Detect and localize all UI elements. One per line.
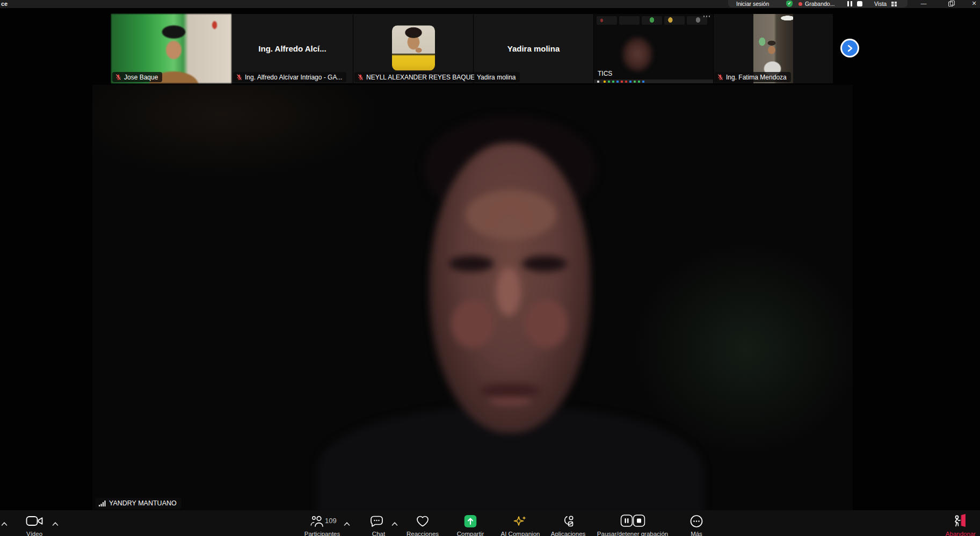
mini-tile — [619, 16, 640, 25]
mini-tile — [597, 16, 617, 25]
participant-tile-neyll[interactable]: NEYLL ALEXANDER REYES BAQUE — [353, 14, 473, 83]
chevron-right-icon — [847, 45, 853, 52]
filmstrip-next-button[interactable] — [842, 40, 858, 56]
reactions-button[interactable] — [416, 515, 430, 530]
muted-mic-icon — [357, 74, 364, 81]
titlebar-controls-pill: Iniciar sesión ✓ Grabando... Vista — [728, 0, 908, 8]
ai-companion-button[interactable] — [513, 515, 527, 530]
record-label: Pausar/detener grabación — [597, 531, 668, 536]
participants-icon — [310, 515, 325, 528]
active-speaker-name-pill: YANDRY MANTUANO — [96, 498, 182, 509]
participant-name-pill: Jose Baque — [112, 72, 162, 82]
participant-name-pill: NEYLL ALEXANDER REYES BAQUE — [354, 72, 479, 82]
ai-sparkle-icon — [513, 515, 527, 528]
chevron-up-icon — [344, 521, 351, 526]
participant-tile-tics-screenshare[interactable]: TICS — [594, 14, 713, 83]
muted-mic-icon — [115, 74, 122, 81]
restore-icon — [948, 2, 953, 6]
participants-options-chevron[interactable] — [344, 519, 351, 528]
share-label: Compartir — [457, 531, 484, 536]
more-label: Más — [691, 531, 702, 536]
participant-display-name: Yadira molina — [474, 44, 593, 53]
participant-tile-alfredo[interactable]: Ing. Alfredo Alcí... Ing. Alfredo Alcíva… — [232, 14, 353, 83]
mini-tile — [687, 16, 707, 25]
participants-button[interactable] — [310, 515, 325, 530]
recording-dot-icon — [798, 2, 802, 6]
participant-tile-yadira[interactable]: Yadira molina Yadira molina — [474, 14, 593, 83]
reactions-label: Reacciones — [406, 531, 439, 536]
stop-recording-toolbar-button[interactable] — [633, 515, 645, 529]
participant-name-pill: Yadira molina — [474, 72, 520, 82]
participant-tile-jose-baque[interactable]: Jose Baque — [111, 14, 231, 83]
connection-bars-icon — [99, 500, 106, 506]
participant-display-name: Ing. Alfredo Alcí... — [232, 44, 353, 53]
mini-taskbar — [594, 79, 713, 83]
chevron-up-icon — [52, 521, 59, 526]
mini-tile — [664, 16, 685, 25]
speaker-face-art — [92, 85, 853, 510]
participant-name: Ing. Alfredo Alcívar Intriago - GA... — [245, 74, 342, 81]
view-menu-button[interactable]: Vista — [874, 1, 887, 7]
chevron-up-icon — [391, 521, 398, 526]
meeting-toolbar: Vídeo 109 Participantes Chat Reacciones … — [0, 510, 980, 536]
recording-status-label: Grabando... — [805, 1, 834, 7]
participant-name: NEYLL ALEXANDER REYES BAQUE — [366, 74, 475, 81]
window-titlebar: ce Iniciar sesión ✓ Grabando... Vista — … — [0, 0, 980, 8]
chat-icon — [369, 515, 383, 528]
mini-speaker-face — [622, 37, 653, 72]
leave-label: Abandonar — [946, 531, 976, 536]
participant-name: Jose Baque — [124, 74, 158, 81]
chat-label: Chat — [372, 531, 385, 536]
more-button[interactable] — [690, 515, 703, 530]
close-button[interactable]: ✕ — [967, 0, 980, 8]
apps-icon — [561, 515, 575, 528]
leave-button[interactable] — [952, 513, 968, 531]
mini-tile — [642, 16, 662, 25]
video-options-chevron[interactable] — [52, 519, 59, 528]
participant-name-pill: Ing. Fatima Mendoza — [714, 72, 791, 82]
window-title-fragment: ce — [1, 1, 8, 7]
participant-name-pill: Ing. Alfredo Alcívar Intriago - GA... — [233, 72, 346, 82]
share-screen-button[interactable] — [464, 515, 477, 530]
participants-label: Participantes — [304, 531, 340, 536]
audio-options-chevron[interactable] — [1, 519, 8, 528]
leave-door-icon — [952, 513, 968, 528]
video-button[interactable] — [26, 515, 43, 529]
participant-tile-fatima[interactable]: Ing. Fatima Mendoza — [714, 14, 833, 83]
chat-button[interactable] — [369, 515, 383, 530]
apps-label: Aplicaciones — [551, 531, 586, 536]
mini-window-controls — [703, 16, 710, 17]
chevron-up-icon — [1, 521, 8, 526]
pause-recording-toolbar-button[interactable] — [621, 515, 633, 529]
video-label: Vídeo — [26, 531, 42, 536]
pause-icon — [621, 515, 633, 527]
participant-name: TICS — [598, 70, 612, 77]
chat-options-chevron[interactable] — [391, 519, 398, 528]
muted-mic-icon — [717, 74, 724, 81]
muted-mic-icon — [236, 74, 243, 81]
participant-name: Ing. Fatima Mendoza — [726, 74, 787, 81]
sign-in-button[interactable]: Iniciar sesión — [736, 1, 769, 7]
video-camera-icon — [26, 515, 43, 527]
restore-button[interactable] — [943, 0, 958, 8]
active-speaker-name: YANDRY MANTUANO — [109, 499, 177, 507]
share-screen-icon — [464, 515, 477, 527]
encryption-shield-icon: ✓ — [786, 1, 793, 7]
stop-icon — [633, 515, 645, 527]
participants-count: 109 — [325, 517, 337, 525]
active-speaker-video: YANDRY MANTUANO — [92, 85, 853, 510]
ai-companion-label: AI Companion — [501, 531, 540, 536]
more-icon — [690, 515, 703, 528]
neyll-avatar — [392, 25, 435, 70]
grid-view-icon — [891, 2, 897, 6]
participant-name-pill: TICS — [595, 68, 616, 78]
minimize-button[interactable]: — — [916, 0, 931, 8]
pause-recording-button[interactable] — [847, 1, 853, 6]
stop-recording-button[interactable] — [857, 1, 862, 6]
heart-icon — [416, 515, 430, 528]
participant-name: Yadira molina — [477, 74, 516, 81]
apps-button[interactable] — [561, 515, 575, 530]
